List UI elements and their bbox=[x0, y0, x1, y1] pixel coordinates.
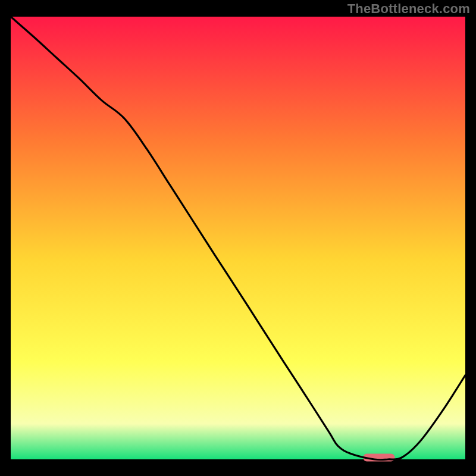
watermark-label: TheBottleneck.com bbox=[347, 1, 470, 17]
chart-svg bbox=[0, 0, 476, 476]
plot-area bbox=[11, 17, 465, 459]
bottleneck-chart: TheBottleneck.com bbox=[0, 0, 476, 476]
